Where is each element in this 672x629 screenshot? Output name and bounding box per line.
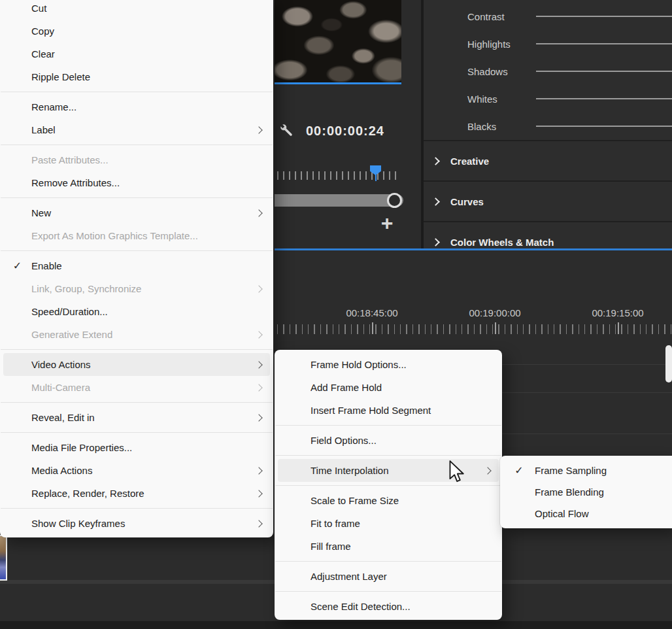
lumetri-color-panel: Contrast Highlights Shadows Whites Black… xyxy=(424,0,672,248)
program-monitor-timecode[interactable]: 00:00:00:24 xyxy=(306,124,384,139)
ruler-timecode-label: 00:19:00:00 xyxy=(459,307,531,318)
menu-item-multi-camera: Multi-Camera xyxy=(3,376,270,399)
ruler-timecode-label: 00:19:15:00 xyxy=(582,307,654,318)
whites-slider[interactable] xyxy=(536,98,672,99)
menu-separator xyxy=(275,425,501,426)
shadows-slider[interactable] xyxy=(536,71,672,72)
menu-item-export-motion-graphics-template: Export As Motion Graphics Template... xyxy=(3,224,270,247)
menu-item-reveal-edit-in[interactable]: Reveal, Edit in xyxy=(3,406,270,429)
menu-item-label[interactable]: Label xyxy=(3,118,270,141)
program-monitor-mini-timeline[interactable] xyxy=(277,171,400,180)
menu-item-copy[interactable]: Copy xyxy=(3,20,270,42)
ruler-timecode-label: 00:18:45:00 xyxy=(336,307,408,318)
major-tick xyxy=(618,322,619,334)
time-interpolation-submenu: ✓Frame Sampling Frame Blending Optical F… xyxy=(500,456,672,528)
scrollbar-handle-icon[interactable] xyxy=(387,193,402,208)
menu-item-video-actions[interactable]: Video Actions xyxy=(3,353,270,376)
check-icon: ✓ xyxy=(503,464,535,477)
chevron-right-icon xyxy=(255,209,262,216)
section-creative[interactable]: Creative xyxy=(424,140,672,180)
section-curves[interactable]: Curves xyxy=(424,180,672,221)
menu-separator xyxy=(275,455,501,456)
wrench-settings-icon[interactable] xyxy=(280,124,294,138)
playhead-stem xyxy=(375,174,377,181)
menu-item-new[interactable]: New xyxy=(3,201,270,224)
menu-item-media-file-properties[interactable]: Media File Properties... xyxy=(3,436,270,459)
menu-item-add-frame-hold[interactable]: Add Frame Hold xyxy=(278,376,499,399)
menu-item-frame-blending[interactable]: Frame Blending xyxy=(503,481,669,503)
program-monitor-toolbar: 00:00:00:24 xyxy=(280,122,417,140)
chevron-right-icon xyxy=(255,361,262,368)
menu-item-replace-render-restore[interactable]: Replace, Render, Restore xyxy=(3,482,270,505)
menu-item-insert-frame-hold-segment[interactable]: Insert Frame Hold Segment xyxy=(278,399,499,422)
slider-label-contrast: Contrast xyxy=(467,11,536,22)
menu-separator xyxy=(1,250,273,251)
menu-item-link-group-synchronize: Link, Group, Synchronize xyxy=(3,277,270,300)
contrast-slider[interactable] xyxy=(536,16,672,17)
slider-label-shadows: Shadows xyxy=(467,66,536,77)
chevron-right-icon xyxy=(255,126,262,133)
chevron-right-icon xyxy=(255,285,262,292)
premiere-pro-window: 00:00:00:24 + Contrast Highlights Shadow… xyxy=(0,0,672,629)
menu-item-speed-duration[interactable]: Speed/Duration... xyxy=(3,300,270,323)
chevron-right-icon xyxy=(255,414,262,421)
menu-item-scale-to-frame-size[interactable]: Scale to Frame Size xyxy=(278,489,499,512)
menu-item-remove-attributes[interactable]: Remove Attributes... xyxy=(3,171,270,194)
clip-thumbnail[interactable] xyxy=(0,535,7,581)
menu-item-ripple-delete[interactable]: Ripple Delete xyxy=(3,65,270,88)
menu-separator xyxy=(275,485,501,486)
chevron-right-icon xyxy=(255,384,262,391)
timeline-vertical-scrollbar[interactable] xyxy=(665,345,672,382)
menu-separator xyxy=(1,92,273,92)
menu-item-media-actions[interactable]: Media Actions xyxy=(3,459,270,482)
program-monitor-video-frame xyxy=(275,0,401,82)
chevron-right-icon xyxy=(484,467,491,474)
check-icon: ✓ xyxy=(3,260,31,272)
menu-item-show-clip-keyframes[interactable]: Show Clip Keyframes xyxy=(3,512,270,535)
chevron-right-icon xyxy=(255,467,262,474)
video-frame-selection-line xyxy=(275,82,401,84)
add-button[interactable]: + xyxy=(377,213,397,234)
menu-item-fill-frame[interactable]: Fill frame xyxy=(278,535,499,558)
chevron-right-icon xyxy=(431,157,440,165)
menu-item-adjustment-layer[interactable]: Adjustment Layer xyxy=(278,565,499,588)
menu-item-paste-attributes: Paste Attributes... xyxy=(3,148,270,171)
chevron-right-icon xyxy=(431,238,440,246)
highlights-slider[interactable] xyxy=(536,43,672,44)
menu-item-time-interpolation[interactable]: Time Interpolation xyxy=(278,459,499,482)
menu-separator xyxy=(1,144,273,145)
slider-label-blacks: Blacks xyxy=(467,121,536,132)
video-actions-submenu: Frame Hold Options... Add Frame Hold Ins… xyxy=(275,350,502,620)
blacks-slider[interactable] xyxy=(536,126,672,127)
lumetri-slider-row: Shadows xyxy=(424,58,672,85)
menu-item-clear[interactable]: Clear xyxy=(3,42,270,65)
section-label: Creative xyxy=(450,156,489,167)
program-monitor-zoom-scrollbar[interactable] xyxy=(275,194,403,207)
menu-separator xyxy=(1,402,273,403)
menu-item-cut[interactable]: Cut xyxy=(3,0,270,20)
menu-item-scene-edit-detection[interactable]: Scene Edit Detection... xyxy=(278,595,499,618)
menu-item-optical-flow[interactable]: Optical Flow xyxy=(503,503,669,524)
menu-separator xyxy=(1,197,273,198)
major-tick xyxy=(495,322,496,334)
timeline-ruler[interactable] xyxy=(277,324,672,334)
menu-separator xyxy=(275,561,501,562)
section-label: Color Wheels & Match xyxy=(450,237,554,248)
slider-label-highlights: Highlights xyxy=(467,39,536,50)
menu-separator xyxy=(1,508,273,509)
chevron-right-icon xyxy=(255,490,262,497)
lumetri-slider-row: Highlights xyxy=(424,30,672,58)
menu-item-fit-to-frame[interactable]: Fit to frame xyxy=(278,512,499,535)
menu-item-rename[interactable]: Rename... xyxy=(3,95,270,118)
lumetri-slider-row: Whites xyxy=(424,85,672,112)
chevron-right-icon xyxy=(255,331,262,338)
menu-item-enable[interactable]: ✓Enable xyxy=(3,254,270,277)
menu-separator xyxy=(1,432,273,433)
menu-item-frame-sampling[interactable]: ✓Frame Sampling xyxy=(503,460,669,481)
menu-item-frame-hold-options[interactable]: Frame Hold Options... xyxy=(278,353,499,376)
timeline-bottom-edge xyxy=(0,621,672,629)
slider-label-whites: Whites xyxy=(467,94,536,105)
menu-item-field-options[interactable]: Field Options... xyxy=(278,429,499,452)
chevron-right-icon xyxy=(255,520,262,527)
chevron-right-icon xyxy=(431,197,440,206)
